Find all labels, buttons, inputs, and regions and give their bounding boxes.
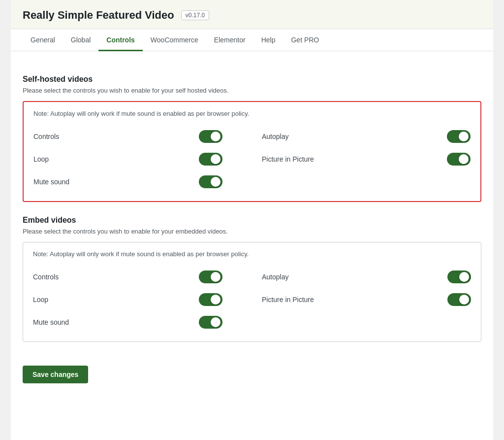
embed-desc: Please select the controls you wish to e… (23, 228, 481, 235)
self-hosted-desc: Please select the controls you wish to e… (23, 87, 481, 94)
tab-bar: General Global Controls WooCommerce Elem… (11, 29, 493, 51)
self-hosted-controls-toggle[interactable] (199, 130, 222, 143)
embed-box: Note: Autoplay will only work if mute so… (23, 242, 481, 342)
tab-controls[interactable]: Controls (98, 29, 143, 51)
embed-controls-toggle[interactable] (199, 271, 222, 283)
page-header: Really Simple Featured Video v0.17.0 (11, 0, 493, 29)
embed-loop-toggle[interactable] (199, 293, 222, 306)
self-hosted-row-3: Mute sound (33, 170, 471, 193)
self-hosted-loop-label: Loop (33, 155, 49, 163)
self-hosted-mute-label: Mute sound (33, 178, 69, 186)
self-hosted-row-2: Loop Picture in Picture (33, 148, 471, 170)
self-hosted-autoplay-toggle[interactable] (447, 130, 471, 143)
embed-pip-item: Picture in Picture (252, 288, 471, 311)
embed-autoplay-toggle[interactable] (447, 271, 471, 283)
embed-pip-label: Picture in Picture (262, 296, 314, 304)
self-hosted-pip-toggle[interactable] (447, 153, 471, 166)
main-content: Self-hosted videos Please select the con… (11, 51, 493, 388)
embed-mute-item: Mute sound (33, 311, 252, 334)
self-hosted-controls-label: Controls (33, 133, 59, 140)
embed-mute-label: Mute sound (33, 318, 69, 326)
embed-row-3: Mute sound (33, 311, 471, 334)
embed-pip-toggle[interactable] (447, 293, 471, 306)
embed-autoplay-label: Autoplay (262, 273, 288, 281)
self-hosted-autoplay-label: Autoplay (262, 133, 288, 140)
tab-global[interactable]: Global (63, 29, 98, 51)
self-hosted-box: Note: Autoplay will only work if mute so… (23, 101, 481, 202)
self-hosted-autoplay-item: Autoplay (252, 125, 471, 148)
self-hosted-loop-item: Loop (33, 148, 252, 170)
tab-get-pro[interactable]: Get PRO (283, 29, 327, 51)
self-hosted-note: Note: Autoplay will only work if mute so… (33, 110, 471, 117)
self-hosted-loop-toggle[interactable] (199, 153, 222, 166)
embed-row-2: Loop Picture in Picture (33, 288, 471, 311)
self-hosted-mute-item: Mute sound (33, 170, 252, 193)
embed-loop-item: Loop (33, 288, 252, 311)
embed-controls-item: Controls (33, 266, 252, 288)
save-button[interactable]: Save changes (23, 366, 88, 383)
self-hosted-controls-item: Controls (33, 125, 252, 148)
embed-controls-label: Controls (33, 273, 59, 281)
tab-woocommerce[interactable]: WooCommerce (143, 29, 206, 51)
embed-mute-toggle[interactable] (199, 316, 222, 329)
self-hosted-pip-label: Picture in Picture (262, 155, 314, 163)
embed-loop-label: Loop (33, 296, 48, 304)
self-hosted-title: Self-hosted videos (23, 75, 481, 84)
page-title: Really Simple Featured Video (23, 9, 174, 22)
embed-autoplay-item: Autoplay (252, 266, 471, 288)
embed-note: Note: Autoplay will only work if mute so… (33, 250, 471, 258)
embed-title: Embed videos (23, 216, 481, 225)
tab-help[interactable]: Help (253, 29, 284, 51)
embed-row-1: Controls Autoplay (33, 266, 471, 288)
version-badge: v0.17.0 (181, 10, 209, 20)
self-hosted-row-1: Controls Autoplay (33, 125, 471, 148)
self-hosted-mute-toggle[interactable] (199, 175, 222, 188)
self-hosted-pip-item: Picture in Picture (252, 148, 471, 170)
tab-general[interactable]: General (23, 29, 63, 51)
tab-elementor[interactable]: Elementor (206, 29, 253, 51)
